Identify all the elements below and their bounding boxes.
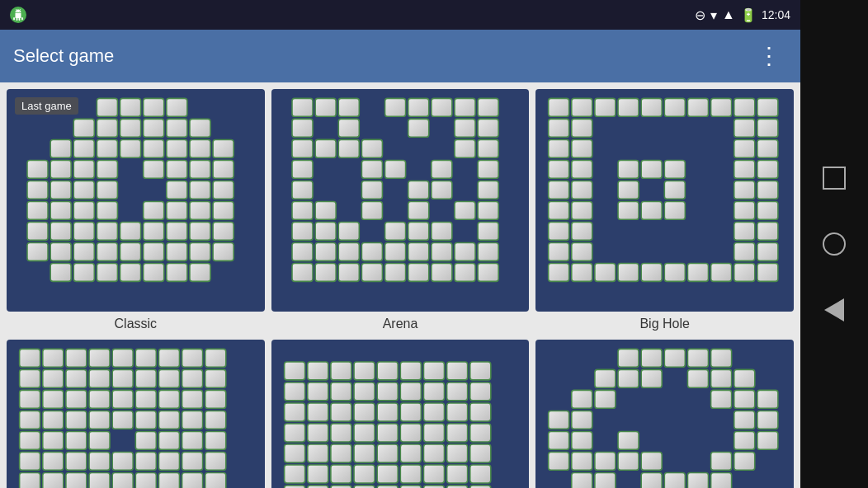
svg-rect-182: [20, 349, 40, 367]
svg-rect-9: [190, 119, 210, 137]
svg-rect-293: [377, 424, 398, 442]
navigation-bar: [800, 0, 868, 488]
svg-rect-59: [50, 263, 71, 281]
svg-rect-335: [642, 349, 663, 367]
svg-rect-96: [315, 201, 336, 219]
game-item-spiral[interactable]: [7, 340, 265, 488]
svg-rect-309: [331, 465, 351, 483]
svg-rect-133: [711, 98, 732, 116]
svg-rect-244: [158, 431, 179, 449]
svg-rect-132: [688, 98, 709, 116]
game-item-complex[interactable]: [535, 340, 794, 488]
svg-rect-250: [158, 472, 179, 488]
svg-rect-25: [213, 160, 234, 178]
svg-rect-44: [97, 222, 117, 240]
svg-rect-313: [423, 465, 444, 483]
svg-rect-217: [112, 369, 133, 387]
svg-rect-185: [89, 349, 110, 367]
app-bar: Select game ⋮: [0, 30, 800, 82]
svg-rect-251: [66, 411, 87, 429]
svg-rect-371: [711, 472, 732, 488]
svg-rect-295: [423, 424, 444, 442]
svg-rect-18: [27, 160, 48, 178]
svg-rect-72: [455, 98, 475, 116]
svg-rect-123: [432, 263, 452, 281]
svg-rect-89: [478, 160, 498, 178]
game-thumbnail-complex: [535, 340, 794, 488]
svg-rect-95: [292, 201, 313, 219]
svg-rect-126: [549, 98, 569, 116]
svg-rect-308: [307, 465, 328, 483]
svg-rect-271: [284, 382, 304, 401]
svg-rect-52: [73, 242, 94, 260]
svg-rect-169: [665, 263, 686, 281]
svg-rect-122: [408, 263, 428, 281]
svg-rect-273: [331, 382, 351, 401]
svg-rect-219: [158, 369, 179, 387]
svg-rect-368: [642, 472, 663, 488]
svg-rect-39: [190, 201, 210, 219]
svg-rect-282: [331, 403, 351, 421]
svg-rect-240: [112, 390, 133, 408]
recent-apps-button[interactable]: [818, 162, 851, 195]
svg-rect-151: [757, 181, 778, 199]
svg-rect-292: [354, 424, 375, 442]
svg-rect-110: [338, 242, 359, 260]
svg-rect-237: [43, 472, 64, 488]
svg-rect-106: [432, 222, 452, 240]
status-bar: ⊖ ▾ ▲ 🔋 12:04: [0, 0, 800, 30]
svg-rect-127: [572, 98, 592, 116]
svg-rect-177: [618, 181, 639, 199]
svg-rect-211: [20, 452, 40, 470]
svg-rect-278: [446, 382, 467, 401]
svg-rect-129: [618, 98, 639, 116]
svg-rect-16: [190, 139, 210, 157]
game-thumbnail-spiral: [7, 340, 265, 488]
svg-rect-223: [182, 431, 203, 449]
svg-rect-261: [89, 431, 110, 449]
svg-rect-218: [135, 369, 156, 387]
svg-rect-134: [734, 98, 755, 116]
back-button[interactable]: [818, 293, 851, 326]
svg-rect-225: [182, 472, 203, 488]
svg-rect-224: [182, 452, 203, 470]
game-item-classic[interactable]: Last game: [7, 89, 265, 333]
svg-rect-314: [446, 465, 467, 483]
svg-rect-165: [572, 263, 592, 281]
svg-rect-359: [549, 452, 569, 470]
svg-rect-343: [711, 369, 732, 387]
svg-rect-342: [688, 369, 709, 387]
recent-apps-icon: [823, 167, 846, 190]
svg-rect-352: [734, 411, 755, 429]
home-button[interactable]: [818, 228, 851, 260]
svg-rect-285: [400, 403, 421, 421]
svg-rect-307: [284, 465, 304, 483]
svg-rect-337: [688, 349, 709, 367]
svg-rect-143: [757, 139, 778, 157]
svg-rect-189: [182, 349, 203, 367]
svg-rect-55: [144, 242, 164, 260]
svg-rect-297: [469, 424, 490, 442]
svg-rect-147: [757, 160, 778, 178]
svg-rect-30: [167, 181, 187, 199]
svg-rect-22: [144, 160, 164, 178]
svg-rect-356: [618, 431, 639, 449]
svg-rect-82: [361, 139, 382, 157]
game-item-grid[interactable]: [271, 340, 530, 488]
svg-rect-180: [642, 201, 663, 219]
svg-rect-26: [27, 181, 48, 199]
svg-rect-54: [120, 242, 141, 260]
game-item-big-hole[interactable]: Big Hole: [535, 89, 794, 333]
svg-rect-33: [27, 201, 48, 219]
svg-rect-125: [478, 263, 498, 281]
svg-rect-83: [455, 139, 475, 157]
game-item-arena[interactable]: Arena: [271, 89, 530, 333]
svg-rect-162: [734, 242, 755, 260]
svg-rect-334: [618, 349, 639, 367]
svg-rect-287: [446, 403, 467, 421]
overflow-menu-button[interactable]: ⋮: [751, 38, 787, 74]
svg-rect-1: [120, 98, 141, 116]
svg-rect-190: [205, 349, 226, 367]
svg-rect-121: [384, 263, 405, 281]
svg-rect-94: [478, 181, 498, 199]
